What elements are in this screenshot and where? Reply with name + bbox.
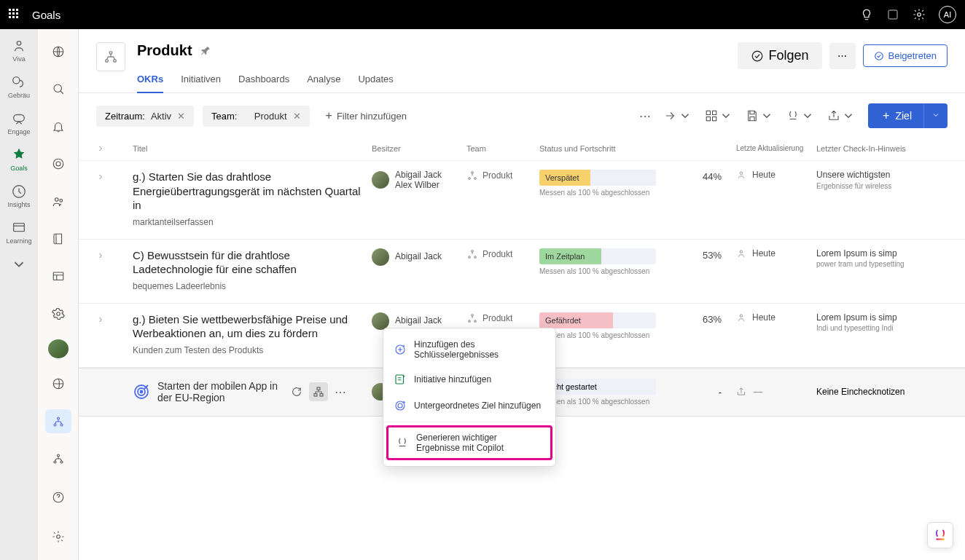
svg-point-13 bbox=[56, 312, 60, 316]
tab-okrs[interactable]: OKRs bbox=[137, 69, 163, 93]
svg-point-56 bbox=[398, 403, 402, 408]
svg-point-39 bbox=[740, 250, 743, 253]
svg-point-10 bbox=[55, 198, 58, 202]
follow-button[interactable]: Folgen bbox=[738, 42, 821, 69]
rail-viva[interactable]: Viva bbox=[0, 35, 38, 66]
tab-analysis[interactable]: Analyse bbox=[307, 69, 340, 93]
team-name: Produkt bbox=[482, 249, 512, 259]
expand-icon[interactable] bbox=[96, 170, 133, 184]
svg-point-43 bbox=[740, 314, 743, 317]
tab-dashboards[interactable]: Dashboards bbox=[238, 69, 289, 93]
row-more-icon[interactable]: ⋯ bbox=[331, 382, 350, 401]
svg-point-35 bbox=[740, 172, 743, 175]
updated-value: Heute bbox=[752, 312, 775, 323]
tool-more[interactable]: ⋯ bbox=[639, 109, 651, 123]
target-icon bbox=[133, 383, 150, 401]
org-icon bbox=[466, 312, 478, 324]
svg-point-23 bbox=[109, 52, 112, 55]
share-icon[interactable] bbox=[736, 387, 746, 397]
tool-save[interactable] bbox=[746, 109, 773, 122]
svg-point-15 bbox=[57, 417, 59, 419]
nav-checkin[interactable] bbox=[45, 152, 71, 177]
menu-add-kr[interactable]: Hinzufügen des Schlüsselergebnisses bbox=[383, 333, 555, 366]
svg-point-34 bbox=[474, 178, 477, 180]
svg-point-40 bbox=[472, 314, 474, 316]
nav-board[interactable] bbox=[45, 264, 71, 289]
more-button[interactable]: ⋯ bbox=[829, 43, 856, 69]
svg-point-26 bbox=[753, 51, 763, 61]
nav-bell[interactable] bbox=[45, 114, 71, 139]
rail-gebraeu[interactable]: Gebräu bbox=[0, 71, 38, 102]
th-title: Titel bbox=[133, 144, 372, 154]
tool-grid[interactable] bbox=[705, 109, 732, 122]
table-row[interactable]: g.) Starten Sie das drahtlose Energieübe… bbox=[79, 161, 965, 240]
menu-add-child[interactable]: Untergeordnetes Ziel hinzufügen bbox=[383, 393, 555, 419]
rail-more[interactable] bbox=[0, 253, 38, 277]
pin-icon[interactable] bbox=[200, 45, 211, 57]
svg-point-9 bbox=[56, 162, 60, 166]
checkin-text: Lorem Ipsum is simp bbox=[816, 312, 948, 324]
svg-point-25 bbox=[114, 60, 117, 63]
filter-team[interactable]: Team: Produkt ✕ bbox=[203, 106, 309, 127]
nav-book[interactable] bbox=[45, 227, 71, 252]
rail-engage[interactable]: Engage bbox=[0, 108, 38, 138]
rail-goals[interactable]: Goals bbox=[0, 144, 38, 175]
clear-period-icon[interactable]: ✕ bbox=[177, 111, 185, 122]
svg-point-20 bbox=[60, 461, 63, 463]
nav-search[interactable] bbox=[45, 77, 71, 102]
objective-title: Starten der mobilen App in der EU-Region bbox=[157, 380, 287, 403]
nav-settings[interactable] bbox=[45, 524, 71, 550]
filter-period[interactable]: Zeitraum: Aktiv ✕ bbox=[96, 106, 194, 127]
user-avatar[interactable]: AI bbox=[939, 6, 956, 23]
app-launcher-icon[interactable] bbox=[9, 9, 20, 20]
svg-point-19 bbox=[54, 461, 56, 463]
copilot-float-button[interactable] bbox=[927, 522, 953, 548]
rail-insights[interactable]: Insights bbox=[0, 181, 38, 211]
tool-expand[interactable] bbox=[664, 109, 692, 122]
nav-avatar[interactable] bbox=[48, 339, 69, 358]
table-row[interactable]: C) Bewusstsein für die drahtlose Ladetec… bbox=[79, 240, 965, 304]
checkin-text: Unsere wichtigsten bbox=[816, 170, 948, 181]
nav-org2[interactable] bbox=[45, 446, 71, 471]
row-subtitle: marktanteilserfassen bbox=[133, 217, 372, 227]
settings-icon[interactable] bbox=[913, 8, 926, 21]
nav-org[interactable] bbox=[45, 409, 71, 434]
progress-value: 44% bbox=[678, 170, 722, 182]
menu-add-initiative[interactable]: Initiative hinzufügen bbox=[383, 366, 555, 393]
joined-button[interactable]: Beigetreten bbox=[863, 44, 948, 67]
add-filter-button[interactable]: + Filter hinzufügen bbox=[319, 104, 414, 127]
nav-gear[interactable] bbox=[45, 302, 71, 327]
new-goal-button[interactable]: + Ziel bbox=[868, 103, 926, 128]
rail-learning[interactable]: Learning bbox=[0, 217, 38, 248]
chevron-right-icon[interactable] bbox=[96, 144, 105, 153]
tool-share[interactable] bbox=[827, 109, 855, 122]
clear-team-icon[interactable]: ✕ bbox=[293, 111, 301, 122]
svg-rect-5 bbox=[14, 224, 25, 232]
nav-people[interactable] bbox=[45, 189, 71, 214]
nav-globe[interactable] bbox=[45, 39, 71, 64]
nav-globe2[interactable] bbox=[45, 371, 71, 396]
svg-rect-48 bbox=[314, 394, 317, 396]
svg-rect-29 bbox=[713, 111, 716, 114]
tab-initiatives[interactable]: Initiativen bbox=[181, 69, 221, 93]
svg-rect-54 bbox=[396, 375, 404, 384]
expand-icon[interactable] bbox=[96, 312, 133, 327]
svg-point-38 bbox=[474, 256, 477, 258]
refresh-icon[interactable] bbox=[287, 382, 306, 401]
svg-rect-31 bbox=[713, 117, 716, 121]
office-icon[interactable] bbox=[886, 8, 899, 21]
tab-updates[interactable]: Updates bbox=[358, 69, 393, 93]
menu-generate-copilot[interactable]: Generieren wichtiger Ergebnisse mit Copi… bbox=[386, 425, 552, 460]
second-rail bbox=[38, 29, 79, 560]
filter-bar: Zeitraum: Aktiv ✕ Team: Produkt ✕ + Filt… bbox=[79, 93, 965, 138]
hierarchy-icon[interactable] bbox=[309, 382, 328, 401]
lightbulb-icon[interactable] bbox=[860, 8, 873, 21]
row-title: g.) Starten Sie das drahtlose Energieübe… bbox=[133, 170, 372, 213]
svg-point-55 bbox=[396, 401, 405, 410]
new-goal-split[interactable] bbox=[923, 103, 948, 128]
expand-icon[interactable] bbox=[96, 248, 133, 263]
svg-point-37 bbox=[469, 256, 471, 258]
table-header: Titel Besitzer Team Status und Fortschri… bbox=[79, 138, 965, 161]
tool-copilot[interactable] bbox=[786, 109, 814, 122]
nav-help[interactable] bbox=[45, 484, 71, 510]
